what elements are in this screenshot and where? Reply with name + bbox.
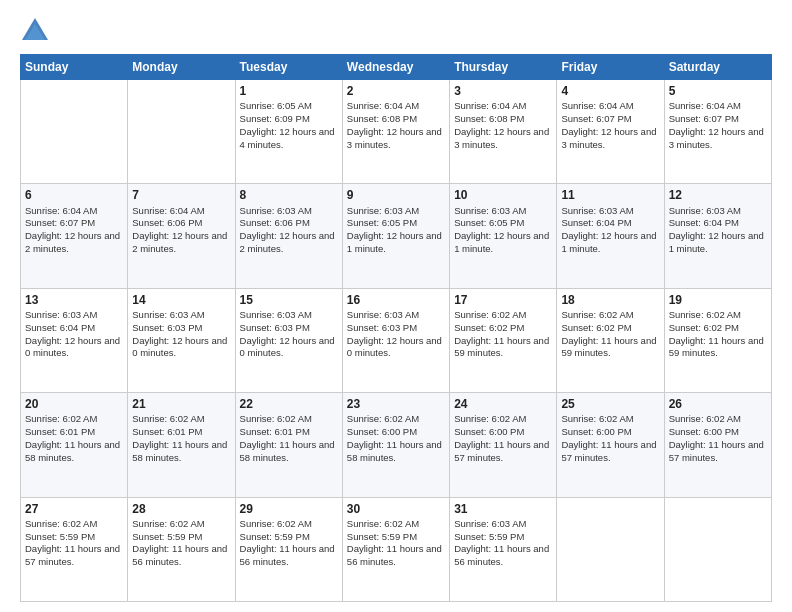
day-detail: Sunrise: 6:02 AM Sunset: 6:00 PM Dayligh… [669, 413, 767, 464]
calendar-week-row: 20Sunrise: 6:02 AM Sunset: 6:01 PM Dayli… [21, 393, 772, 497]
calendar-cell: 25Sunrise: 6:02 AM Sunset: 6:00 PM Dayli… [557, 393, 664, 497]
calendar-week-row: 13Sunrise: 6:03 AM Sunset: 6:04 PM Dayli… [21, 288, 772, 392]
day-number: 26 [669, 396, 767, 412]
day-detail: Sunrise: 6:04 AM Sunset: 6:07 PM Dayligh… [669, 100, 767, 151]
day-number: 23 [347, 396, 445, 412]
calendar-cell: 17Sunrise: 6:02 AM Sunset: 6:02 PM Dayli… [450, 288, 557, 392]
calendar-cell: 22Sunrise: 6:02 AM Sunset: 6:01 PM Dayli… [235, 393, 342, 497]
calendar-cell: 4Sunrise: 6:04 AM Sunset: 6:07 PM Daylig… [557, 80, 664, 184]
day-number: 6 [25, 187, 123, 203]
weekday-header: Thursday [450, 55, 557, 80]
calendar-cell: 15Sunrise: 6:03 AM Sunset: 6:03 PM Dayli… [235, 288, 342, 392]
day-detail: Sunrise: 6:03 AM Sunset: 5:59 PM Dayligh… [454, 518, 552, 569]
weekday-header: Tuesday [235, 55, 342, 80]
day-number: 11 [561, 187, 659, 203]
day-number: 18 [561, 292, 659, 308]
calendar-cell: 12Sunrise: 6:03 AM Sunset: 6:04 PM Dayli… [664, 184, 771, 288]
day-detail: Sunrise: 6:03 AM Sunset: 6:04 PM Dayligh… [25, 309, 123, 360]
day-detail: Sunrise: 6:02 AM Sunset: 6:01 PM Dayligh… [132, 413, 230, 464]
weekday-header: Friday [557, 55, 664, 80]
calendar-cell: 11Sunrise: 6:03 AM Sunset: 6:04 PM Dayli… [557, 184, 664, 288]
day-detail: Sunrise: 6:02 AM Sunset: 5:59 PM Dayligh… [25, 518, 123, 569]
calendar-cell: 8Sunrise: 6:03 AM Sunset: 6:06 PM Daylig… [235, 184, 342, 288]
calendar-cell: 19Sunrise: 6:02 AM Sunset: 6:02 PM Dayli… [664, 288, 771, 392]
calendar-cell: 1Sunrise: 6:05 AM Sunset: 6:09 PM Daylig… [235, 80, 342, 184]
day-detail: Sunrise: 6:03 AM Sunset: 6:03 PM Dayligh… [347, 309, 445, 360]
calendar-cell: 28Sunrise: 6:02 AM Sunset: 5:59 PM Dayli… [128, 497, 235, 601]
day-number: 27 [25, 501, 123, 517]
day-detail: Sunrise: 6:04 AM Sunset: 6:07 PM Dayligh… [25, 205, 123, 256]
day-detail: Sunrise: 6:02 AM Sunset: 5:59 PM Dayligh… [132, 518, 230, 569]
day-detail: Sunrise: 6:02 AM Sunset: 6:01 PM Dayligh… [25, 413, 123, 464]
calendar-cell [21, 80, 128, 184]
calendar-cell: 10Sunrise: 6:03 AM Sunset: 6:05 PM Dayli… [450, 184, 557, 288]
day-number: 31 [454, 501, 552, 517]
day-detail: Sunrise: 6:04 AM Sunset: 6:06 PM Dayligh… [132, 205, 230, 256]
calendar-week-row: 27Sunrise: 6:02 AM Sunset: 5:59 PM Dayli… [21, 497, 772, 601]
day-number: 1 [240, 83, 338, 99]
day-number: 21 [132, 396, 230, 412]
day-detail: Sunrise: 6:04 AM Sunset: 6:08 PM Dayligh… [347, 100, 445, 151]
calendar-cell: 20Sunrise: 6:02 AM Sunset: 6:01 PM Dayli… [21, 393, 128, 497]
calendar-cell: 2Sunrise: 6:04 AM Sunset: 6:08 PM Daylig… [342, 80, 449, 184]
calendar-cell [664, 497, 771, 601]
day-number: 14 [132, 292, 230, 308]
day-number: 12 [669, 187, 767, 203]
calendar-cell: 30Sunrise: 6:02 AM Sunset: 5:59 PM Dayli… [342, 497, 449, 601]
day-detail: Sunrise: 6:03 AM Sunset: 6:04 PM Dayligh… [561, 205, 659, 256]
day-number: 2 [347, 83, 445, 99]
day-detail: Sunrise: 6:02 AM Sunset: 6:02 PM Dayligh… [669, 309, 767, 360]
day-detail: Sunrise: 6:02 AM Sunset: 5:59 PM Dayligh… [240, 518, 338, 569]
calendar: SundayMondayTuesdayWednesdayThursdayFrid… [20, 54, 772, 602]
weekday-header: Saturday [664, 55, 771, 80]
day-detail: Sunrise: 6:03 AM Sunset: 6:04 PM Dayligh… [669, 205, 767, 256]
weekday-header-row: SundayMondayTuesdayWednesdayThursdayFrid… [21, 55, 772, 80]
calendar-cell: 21Sunrise: 6:02 AM Sunset: 6:01 PM Dayli… [128, 393, 235, 497]
day-number: 10 [454, 187, 552, 203]
day-number: 17 [454, 292, 552, 308]
day-number: 22 [240, 396, 338, 412]
day-detail: Sunrise: 6:02 AM Sunset: 6:02 PM Dayligh… [454, 309, 552, 360]
weekday-header: Wednesday [342, 55, 449, 80]
calendar-week-row: 1Sunrise: 6:05 AM Sunset: 6:09 PM Daylig… [21, 80, 772, 184]
calendar-cell: 16Sunrise: 6:03 AM Sunset: 6:03 PM Dayli… [342, 288, 449, 392]
calendar-cell: 14Sunrise: 6:03 AM Sunset: 6:03 PM Dayli… [128, 288, 235, 392]
day-number: 25 [561, 396, 659, 412]
day-detail: Sunrise: 6:02 AM Sunset: 6:00 PM Dayligh… [347, 413, 445, 464]
day-number: 7 [132, 187, 230, 203]
calendar-cell: 26Sunrise: 6:02 AM Sunset: 6:00 PM Dayli… [664, 393, 771, 497]
calendar-cell [557, 497, 664, 601]
weekday-header: Monday [128, 55, 235, 80]
calendar-cell: 9Sunrise: 6:03 AM Sunset: 6:05 PM Daylig… [342, 184, 449, 288]
day-number: 9 [347, 187, 445, 203]
day-number: 13 [25, 292, 123, 308]
day-detail: Sunrise: 6:03 AM Sunset: 6:03 PM Dayligh… [240, 309, 338, 360]
logo [20, 16, 54, 44]
day-detail: Sunrise: 6:03 AM Sunset: 6:05 PM Dayligh… [454, 205, 552, 256]
day-number: 30 [347, 501, 445, 517]
calendar-cell: 27Sunrise: 6:02 AM Sunset: 5:59 PM Dayli… [21, 497, 128, 601]
day-number: 15 [240, 292, 338, 308]
header [20, 16, 772, 44]
calendar-cell: 24Sunrise: 6:02 AM Sunset: 6:00 PM Dayli… [450, 393, 557, 497]
calendar-cell: 5Sunrise: 6:04 AM Sunset: 6:07 PM Daylig… [664, 80, 771, 184]
day-number: 20 [25, 396, 123, 412]
day-number: 24 [454, 396, 552, 412]
day-detail: Sunrise: 6:03 AM Sunset: 6:03 PM Dayligh… [132, 309, 230, 360]
calendar-cell: 23Sunrise: 6:02 AM Sunset: 6:00 PM Dayli… [342, 393, 449, 497]
day-number: 29 [240, 501, 338, 517]
day-detail: Sunrise: 6:02 AM Sunset: 6:02 PM Dayligh… [561, 309, 659, 360]
calendar-cell: 7Sunrise: 6:04 AM Sunset: 6:06 PM Daylig… [128, 184, 235, 288]
day-detail: Sunrise: 6:02 AM Sunset: 5:59 PM Dayligh… [347, 518, 445, 569]
day-detail: Sunrise: 6:02 AM Sunset: 6:00 PM Dayligh… [454, 413, 552, 464]
day-number: 8 [240, 187, 338, 203]
calendar-cell: 3Sunrise: 6:04 AM Sunset: 6:08 PM Daylig… [450, 80, 557, 184]
calendar-cell: 13Sunrise: 6:03 AM Sunset: 6:04 PM Dayli… [21, 288, 128, 392]
day-number: 19 [669, 292, 767, 308]
day-number: 3 [454, 83, 552, 99]
day-number: 16 [347, 292, 445, 308]
day-detail: Sunrise: 6:03 AM Sunset: 6:06 PM Dayligh… [240, 205, 338, 256]
logo-icon [20, 16, 50, 44]
day-number: 5 [669, 83, 767, 99]
calendar-week-row: 6Sunrise: 6:04 AM Sunset: 6:07 PM Daylig… [21, 184, 772, 288]
